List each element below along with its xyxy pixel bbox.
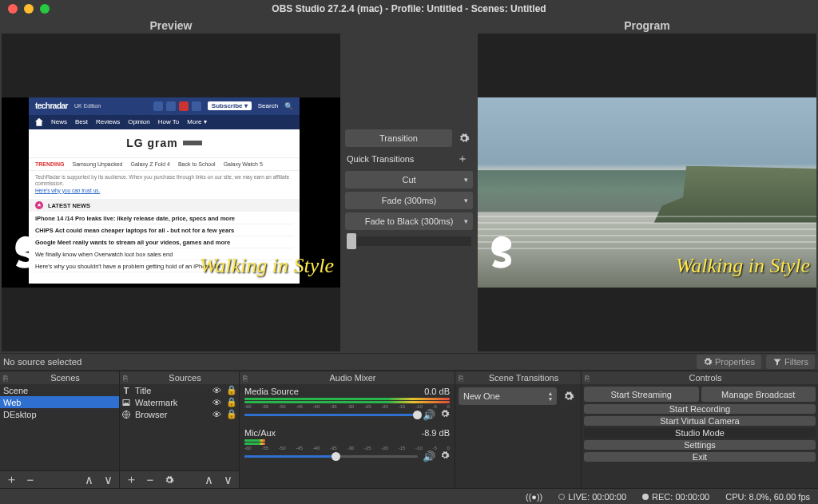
remove-source-button[interactable]: − (144, 474, 157, 486)
subscribe-button: Subscribe ▾ (208, 101, 252, 110)
move-scene-down-button[interactable]: ∨ (101, 474, 114, 486)
preview-pane: Preview techradar UK Edition (0, 18, 342, 353)
minimize-window-button[interactable] (24, 4, 34, 14)
lock-toggle[interactable]: 🔒 (226, 397, 237, 407)
start-virtual-camera-button[interactable]: Start Virtual Camera (584, 416, 816, 426)
stepper-icon: ▴▾ (549, 391, 552, 402)
vu-meter: -60-55-50-45-40-35-30-25-20-15-10-50 (244, 398, 450, 404)
visibility-toggle[interactable]: 👁 (211, 386, 222, 395)
connection-icon: ((●)) (526, 492, 542, 502)
quick-transition-fade[interactable]: Fade (300ms)▾ (345, 192, 473, 209)
audio-mixer-title: Audio Mixer (251, 373, 455, 383)
remove-scene-button[interactable]: − (24, 474, 37, 486)
move-source-down-button[interactable]: ∨ (221, 474, 234, 486)
scene-transition-settings-button[interactable] (560, 387, 578, 405)
source-item[interactable]: Browser 👁 🔒 (120, 408, 239, 420)
sources-list[interactable]: T Title 👁 🔒 Watermark 👁 🔒 Browser 👁 🔒 (120, 384, 239, 470)
cpu-status: CPU: 8.0%, 60.00 fps (725, 492, 810, 502)
disclaimer: TechRadar is supported by its audience. … (29, 171, 300, 199)
selected-source-label: No source selected (3, 357, 81, 367)
titlebar: OBS Studio 27.2.4 (mac) - Profile: Untit… (0, 0, 818, 18)
vu-meter: -60-55-50-45-40-35-30-25-20-15-10-50 (244, 439, 450, 446)
filters-button[interactable]: Filters (766, 355, 815, 369)
volume-slider[interactable] (244, 453, 418, 459)
sources-title: Sources (131, 373, 239, 383)
news-item: iPhone 14 /14 Pro leaks live: likely rel… (35, 215, 293, 224)
settings-button[interactable]: Settings (584, 440, 816, 450)
rec-status: REC: 00:00:00 (642, 492, 709, 502)
dock-handle-icon[interactable]: ⎘ (455, 372, 467, 383)
program-pane: Program Walking in Style (476, 18, 818, 353)
audio-mixer-dock: ⎘Audio Mixer Media Source0.0 dB -60-55-5… (240, 371, 455, 488)
image-source-icon (121, 398, 131, 407)
t-bar[interactable] (345, 233, 473, 272)
zoom-window-button[interactable] (40, 4, 50, 14)
manage-broadcast-button[interactable]: Manage Broadcast (701, 387, 816, 402)
move-source-up-button[interactable]: ∧ (202, 474, 215, 486)
audio-channel: Mic/Aux-8.9 dB -60-55-50-45-40-35-30-25-… (240, 426, 455, 467)
dock-handle-icon[interactable]: ⎘ (0, 372, 11, 383)
bottom-status-bar: ((●)) LIVE: 00:00:00 REC: 00:00:00 CPU: … (0, 488, 818, 504)
add-source-button[interactable]: ＋ (125, 474, 137, 486)
news-item: CHIPS Act could mean cheaper laptops for… (35, 227, 293, 236)
volume-slider[interactable] (244, 411, 418, 418)
home-icon (35, 118, 43, 126)
watermark-logo (10, 235, 40, 270)
controls-title: Controls (593, 373, 818, 383)
scene-item[interactable]: DEsktop (0, 408, 119, 420)
quick-transitions-label: Quick Transitions (347, 154, 414, 164)
title-overlay: Walking in Style (676, 254, 810, 278)
web-nav: News Best Reviews Opinion How To More ▾ (29, 115, 300, 129)
youtube-icon (179, 101, 189, 111)
source-toolbar: No source selected Properties Filters (0, 353, 818, 371)
transition-button[interactable]: Transition (345, 129, 452, 147)
scene-transitions-dock: ⎘Scene Transitions New One ▴▾ (455, 371, 582, 488)
web-socials (153, 101, 201, 111)
scenes-dock: ⎘Scenes Scene Web DEsktop ＋ − ∧ ∨ (0, 371, 120, 488)
trending-row: TRENDING Samsung Unpacked Galaxy Z Fold … (29, 158, 300, 171)
obs-window: OBS Studio 27.2.4 (mac) - Profile: Untit… (0, 0, 818, 504)
window-title: OBS Studio 27.2.4 (mac) - Profile: Untit… (0, 3, 818, 14)
latest-news-header: ★ LATEST NEWS (29, 199, 300, 212)
visibility-toggle[interactable]: 👁 (211, 410, 222, 419)
twitter-icon (166, 101, 176, 111)
add-scene-button[interactable]: ＋ (5, 474, 18, 486)
web-ad: LG gram (29, 129, 300, 158)
start-recording-button[interactable]: Start Recording (584, 404, 816, 414)
start-streaming-button[interactable]: Start Streaming (584, 387, 699, 402)
scenes-list[interactable]: Scene Web DEsktop (0, 384, 119, 470)
transition-settings-button[interactable] (455, 129, 473, 147)
close-window-button[interactable] (8, 4, 18, 14)
lock-toggle[interactable]: 🔒 (226, 385, 237, 395)
add-quick-transition-button[interactable]: ＋ (454, 150, 471, 168)
browser-source-icon (121, 410, 131, 419)
move-scene-up-button[interactable]: ∧ (82, 474, 95, 486)
studio-row: Preview techradar UK Edition (0, 18, 818, 353)
sources-dock: ⎘Sources T Title 👁 🔒 Watermark 👁 🔒 Brows… (120, 371, 240, 488)
program-canvas[interactable]: Walking in Style (478, 34, 816, 351)
dock-handle-icon[interactable]: ⎘ (240, 372, 251, 383)
scene-item[interactable]: Scene (0, 384, 119, 396)
dock-handle-icon[interactable]: ⎘ (120, 372, 131, 383)
quick-transition-cut[interactable]: Cut▾ (345, 171, 473, 189)
source-item[interactable]: T Title 👁 🔒 (120, 384, 239, 396)
program-content: Walking in Style (478, 97, 816, 288)
properties-button[interactable]: Properties (697, 355, 761, 369)
scene-transition-select[interactable]: New One ▴▾ (459, 387, 557, 405)
scene-item[interactable]: Web (0, 396, 119, 408)
lock-toggle[interactable]: 🔒 (226, 409, 237, 419)
visibility-toggle[interactable]: 👁 (211, 398, 222, 407)
traffic-lights (0, 4, 50, 14)
dock-handle-icon[interactable]: ⎘ (582, 372, 593, 383)
preview-canvas[interactable]: techradar UK Edition Subscribe ▾ Search … (2, 34, 340, 351)
quick-transition-fade-to-black[interactable]: Fade to Black (300ms)▾ (345, 212, 473, 230)
live-status: LIVE: 00:00:00 (558, 492, 626, 502)
exit-button[interactable]: Exit (584, 452, 816, 462)
source-item[interactable]: Watermark 👁 🔒 (120, 396, 239, 408)
web-logo: techradar (35, 101, 68, 110)
docks-row: ⎘Scenes Scene Web DEsktop ＋ − ∧ ∨ ⎘Sourc… (0, 371, 818, 488)
source-properties-button[interactable] (163, 474, 176, 486)
preview-label: Preview (0, 18, 342, 34)
scenes-title: Scenes (11, 373, 119, 383)
studio-mode-button[interactable]: Studio Mode (584, 428, 816, 438)
